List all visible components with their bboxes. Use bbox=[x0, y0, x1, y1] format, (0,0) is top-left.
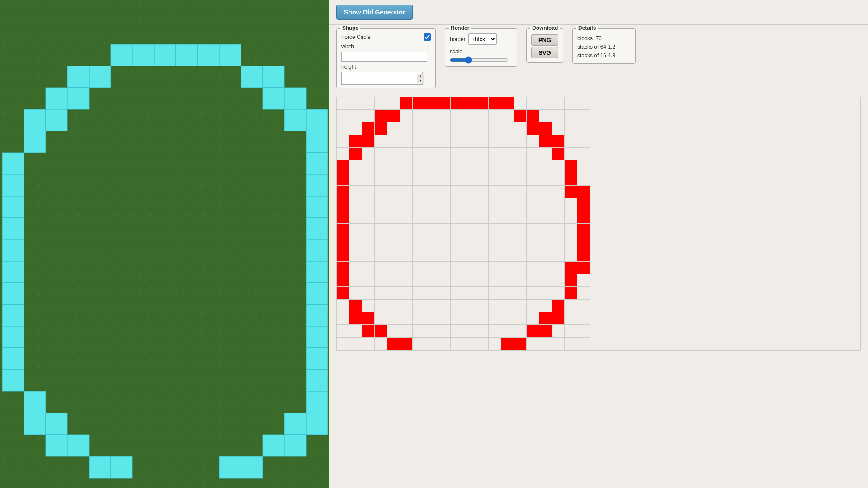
height-input[interactable]: 20 bbox=[344, 74, 417, 83]
svg-download-button[interactable]: SVG bbox=[531, 47, 558, 58]
details-group: Details blocks 76 stacks of 64 1.2 stack… bbox=[572, 28, 636, 64]
grid-cell bbox=[489, 249, 501, 262]
grid-cell bbox=[514, 110, 527, 122]
svg-rect-62 bbox=[241, 456, 263, 478]
grid-cell bbox=[438, 300, 451, 312]
height-down-arrow[interactable]: ▼ bbox=[417, 79, 424, 83]
grid-cell bbox=[565, 173, 577, 186]
grid-cell bbox=[489, 148, 501, 160]
grid-cell bbox=[400, 110, 413, 122]
grid-cell bbox=[438, 262, 451, 274]
grid-cell bbox=[387, 224, 400, 236]
grid-cell bbox=[387, 300, 400, 312]
grid-cell bbox=[337, 300, 349, 312]
grid-cell bbox=[451, 236, 463, 249]
grid-cell bbox=[539, 135, 552, 148]
grid-cell bbox=[463, 274, 476, 287]
svg-rect-32 bbox=[306, 196, 328, 218]
grid-cell bbox=[362, 211, 375, 224]
height-spinner[interactable]: 20 ▲ ▼ bbox=[341, 72, 423, 85]
grid-cell bbox=[425, 135, 438, 148]
grid-cell bbox=[514, 173, 527, 186]
grid-cell bbox=[425, 262, 438, 274]
grid-cell bbox=[451, 274, 463, 287]
grid-cell bbox=[527, 312, 539, 325]
grid-cell bbox=[514, 262, 527, 274]
grid-cell bbox=[362, 97, 375, 110]
grid-cell bbox=[463, 287, 476, 300]
grid-cell bbox=[413, 186, 425, 198]
grid-cell bbox=[552, 236, 565, 249]
grid-cell bbox=[539, 173, 552, 186]
grid-cell bbox=[337, 173, 349, 186]
grid-cell bbox=[362, 135, 375, 148]
grid-cell bbox=[539, 160, 552, 173]
grid-cell bbox=[362, 224, 375, 236]
grid-cell bbox=[362, 160, 375, 173]
svg-rect-21 bbox=[24, 109, 46, 131]
grid-cell bbox=[476, 325, 489, 338]
grid-cell bbox=[413, 274, 425, 287]
grid-cell bbox=[349, 312, 362, 325]
grid-cell bbox=[400, 300, 413, 312]
grid-cell bbox=[527, 249, 539, 262]
svg-rect-24 bbox=[306, 109, 328, 131]
grid-cell bbox=[425, 160, 438, 173]
svg-rect-54 bbox=[306, 413, 328, 435]
grid-cell bbox=[527, 262, 539, 274]
grid-cell bbox=[438, 211, 451, 224]
png-download-button[interactable]: PNG bbox=[531, 34, 558, 46]
grid-cell bbox=[387, 97, 400, 110]
grid-cell bbox=[489, 325, 501, 338]
grid-cell bbox=[489, 135, 501, 148]
grid-cell bbox=[425, 97, 438, 110]
grid-cell bbox=[375, 300, 387, 312]
grid-cell bbox=[337, 312, 349, 325]
grid-cell bbox=[451, 224, 463, 236]
grid-cell bbox=[400, 211, 413, 224]
width-input[interactable]: 20 bbox=[341, 52, 427, 62]
grid-cell bbox=[476, 110, 489, 122]
grid-cell bbox=[451, 249, 463, 262]
grid-cell bbox=[501, 300, 514, 312]
grid-cell bbox=[400, 274, 413, 287]
scale-slider[interactable] bbox=[450, 56, 509, 64]
grid-cell bbox=[375, 287, 387, 300]
svg-rect-28 bbox=[306, 153, 328, 174]
height-label: height bbox=[341, 64, 356, 70]
grid-cell bbox=[476, 287, 489, 300]
grid-cell bbox=[413, 287, 425, 300]
grid-cell bbox=[514, 287, 527, 300]
grid-cell bbox=[387, 249, 400, 262]
svg-rect-37 bbox=[2, 261, 24, 283]
grid-cell bbox=[514, 224, 527, 236]
show-old-generator-button[interactable]: Show Old Generator bbox=[336, 5, 413, 20]
grid-cell bbox=[387, 122, 400, 135]
grid-cell bbox=[337, 224, 349, 236]
force-circle-checkbox[interactable] bbox=[424, 33, 431, 41]
grid-cell bbox=[501, 325, 514, 338]
height-up-arrow[interactable]: ▲ bbox=[417, 74, 424, 79]
svg-rect-42 bbox=[306, 305, 328, 326]
grid-cell bbox=[413, 312, 425, 325]
grid-cell bbox=[387, 198, 400, 211]
svg-rect-20 bbox=[284, 88, 306, 109]
grid-cell bbox=[337, 198, 349, 211]
grid-cell bbox=[362, 110, 375, 122]
grid-cell bbox=[539, 287, 552, 300]
grid-cell bbox=[501, 211, 514, 224]
grid-cell bbox=[451, 287, 463, 300]
grid-cell bbox=[425, 186, 438, 198]
grid-cell bbox=[577, 262, 590, 274]
grid-cell bbox=[565, 186, 577, 198]
grid-cell bbox=[337, 110, 349, 122]
grid-cell bbox=[425, 211, 438, 224]
grid-cell bbox=[501, 287, 514, 300]
grid-cell bbox=[349, 198, 362, 211]
grid-cell bbox=[539, 110, 552, 122]
grid-cell bbox=[451, 312, 463, 325]
grid-cell bbox=[463, 122, 476, 135]
grid-cell bbox=[337, 338, 349, 350]
grid-cell bbox=[501, 160, 514, 173]
border-select[interactable]: thick thin none bbox=[468, 33, 497, 45]
